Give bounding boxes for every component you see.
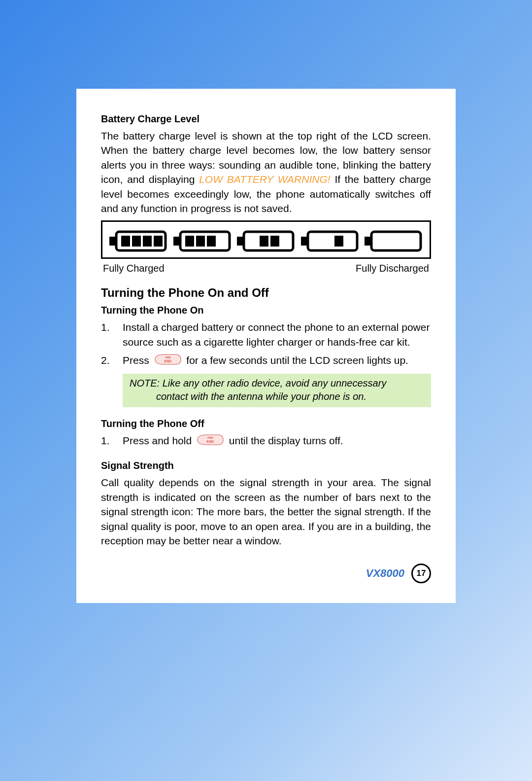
fully-charged-label: Fully Charged bbox=[103, 263, 165, 274]
model-label: VX8000 bbox=[366, 567, 404, 580]
step-text-post: until the display turns off. bbox=[229, 435, 343, 446]
fully-discharged-label: Fully Discharged bbox=[356, 263, 429, 274]
power-section-heading: Turning the Phone On and Off bbox=[101, 286, 431, 300]
step-text-pre: Press and hold bbox=[123, 435, 195, 446]
phone-off-heading: Turning the Phone Off bbox=[101, 418, 431, 429]
step-text-post: for a few seconds until the LCD screen l… bbox=[186, 355, 408, 366]
phone-off-steps: Press and hold PWR END until the display… bbox=[101, 433, 431, 449]
svg-rect-10 bbox=[207, 236, 216, 247]
svg-rect-2 bbox=[121, 236, 130, 247]
battery-paragraph: The battery charge level is shown at the… bbox=[101, 129, 431, 215]
note-line-a: NOTE: Like any other radio device, avoid… bbox=[130, 378, 386, 389]
svg-rect-9 bbox=[196, 236, 205, 247]
svg-rect-8 bbox=[185, 236, 194, 247]
end-key-icon: PWR END bbox=[154, 354, 182, 369]
note-line-b: contact with the antenna while your phon… bbox=[130, 390, 424, 403]
svg-rect-17 bbox=[334, 236, 343, 247]
svg-text:PWR: PWR bbox=[207, 436, 213, 439]
battery-heading: Battery Charge Level bbox=[101, 113, 431, 125]
step-text-pre: Press bbox=[123, 355, 152, 366]
end-key-icon: PWR END bbox=[197, 434, 224, 449]
phone-on-heading: Turning the Phone On bbox=[101, 305, 431, 316]
svg-rect-19 bbox=[365, 237, 371, 246]
battery-empty-icon bbox=[365, 230, 423, 252]
page-number: 17 bbox=[411, 564, 431, 583]
battery-3bar-icon bbox=[173, 230, 232, 252]
manual-page: Battery Charge Level The battery charge … bbox=[76, 89, 456, 603]
svg-rect-4 bbox=[143, 236, 152, 247]
phone-on-steps: Install a charged battery or connect the… bbox=[101, 320, 431, 369]
svg-text:END: END bbox=[164, 359, 171, 363]
signal-paragraph: Call quality depends on the signal stren… bbox=[101, 475, 431, 548]
svg-rect-5 bbox=[154, 236, 163, 247]
svg-rect-18 bbox=[371, 232, 421, 250]
battery-full-icon bbox=[109, 230, 167, 252]
svg-rect-3 bbox=[132, 236, 141, 247]
step-text: Install a charged battery or connect the… bbox=[123, 321, 430, 347]
battery-level-figure bbox=[101, 220, 431, 259]
battery-labels-row: Fully Charged Fully Discharged bbox=[101, 263, 431, 274]
svg-rect-7 bbox=[173, 237, 180, 246]
signal-heading: Signal Strength bbox=[101, 460, 431, 471]
svg-rect-14 bbox=[270, 236, 279, 247]
page-footer: VX8000 17 bbox=[101, 564, 431, 583]
battery-1bar-icon bbox=[301, 230, 359, 252]
svg-text:END: END bbox=[207, 440, 214, 443]
svg-rect-13 bbox=[260, 236, 268, 247]
svg-rect-16 bbox=[301, 237, 308, 246]
svg-rect-1 bbox=[109, 237, 116, 246]
low-battery-warning-text: LOW BATTERY WARNING! bbox=[199, 174, 330, 185]
battery-2bar-icon bbox=[237, 230, 295, 252]
svg-rect-15 bbox=[308, 232, 357, 250]
list-item: Press PWR END for a few seconds until th… bbox=[101, 353, 431, 369]
antenna-note: NOTE: Like any other radio device, avoid… bbox=[123, 374, 431, 407]
list-item: Install a charged battery or connect the… bbox=[101, 320, 431, 349]
svg-rect-12 bbox=[237, 237, 244, 246]
list-item: Press and hold PWR END until the display… bbox=[101, 433, 431, 449]
svg-text:PWR: PWR bbox=[165, 356, 171, 359]
